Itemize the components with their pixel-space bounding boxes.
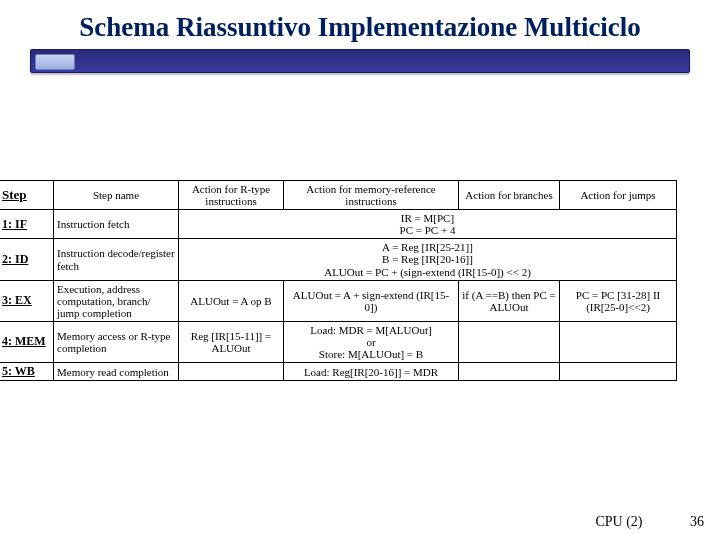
summary-table: Step Step name Action for R-type instruc… bbox=[0, 180, 677, 381]
cell-memref: Load: Reg[IR[20-16]] = MDR bbox=[284, 363, 459, 381]
header-memref: Action for memory-reference instructions bbox=[284, 181, 459, 210]
table-row: 2: ID Instruction decode/register fetch … bbox=[0, 239, 677, 280]
header-rtype: Action for R-type instructions bbox=[179, 181, 284, 210]
cell-rtype: ALUOut = A op B bbox=[179, 280, 284, 321]
title-rule bbox=[30, 49, 690, 73]
footer-page: 36 bbox=[690, 514, 704, 529]
cell-name: Execution, address computation, branch/ … bbox=[54, 280, 179, 321]
cell-name: Memory access or R-type completion bbox=[54, 321, 179, 362]
header-jump: Action for jumps bbox=[560, 181, 677, 210]
cell-step: 1: IF bbox=[0, 210, 54, 239]
cell-jump: PC = PC [31-28] II (IR[25-0]<<2) bbox=[560, 280, 677, 321]
cell-memref: Load: MDR = M[ALUOut] or Store: M[ALUOut… bbox=[284, 321, 459, 362]
cell-branch: if (A ==B) then PC = ALUOut bbox=[459, 280, 560, 321]
cell-jump bbox=[560, 363, 677, 381]
cell-step: 5: WB bbox=[0, 363, 54, 381]
table-row: 1: IF Instruction fetch IR = M[PC] PC = … bbox=[0, 210, 677, 239]
footer-label: CPU (2) bbox=[595, 514, 642, 529]
header-branch: Action for branches bbox=[459, 181, 560, 210]
footer: CPU (2) 36 bbox=[595, 514, 704, 530]
table-row: 3: EX Execution, address computation, br… bbox=[0, 280, 677, 321]
cell-step: 3: EX bbox=[0, 280, 54, 321]
table-row: 5: WB Memory read completion Load: Reg[I… bbox=[0, 363, 677, 381]
cell-memref: ALUOut = A + sign-extend (IR[15-0]) bbox=[284, 280, 459, 321]
cell-name: Instruction fetch bbox=[54, 210, 179, 239]
cell-step: 2: ID bbox=[0, 239, 54, 280]
table-header-row: Step Step name Action for R-type instruc… bbox=[0, 181, 677, 210]
cell-merged: IR = M[PC] PC = PC + 4 bbox=[179, 210, 677, 239]
header-stepname: Step name bbox=[54, 181, 179, 210]
cell-branch bbox=[459, 321, 560, 362]
cell-merged: A = Reg [IR[25-21]] B = Reg [IR[20-16]] … bbox=[179, 239, 677, 280]
cell-rtype bbox=[179, 363, 284, 381]
cell-branch bbox=[459, 363, 560, 381]
cell-step: 4: MEM bbox=[0, 321, 54, 362]
cell-jump bbox=[560, 321, 677, 362]
header-step: Step bbox=[2, 187, 27, 202]
slide-title: Schema Riassuntivo Implementazione Multi… bbox=[20, 12, 700, 43]
cell-rtype: Reg [IR[15-11]] = ALUOut bbox=[179, 321, 284, 362]
cell-name: Instruction decode/register fetch bbox=[54, 239, 179, 280]
cell-name: Memory read completion bbox=[54, 363, 179, 381]
table-row: 4: MEM Memory access or R-type completio… bbox=[0, 321, 677, 362]
